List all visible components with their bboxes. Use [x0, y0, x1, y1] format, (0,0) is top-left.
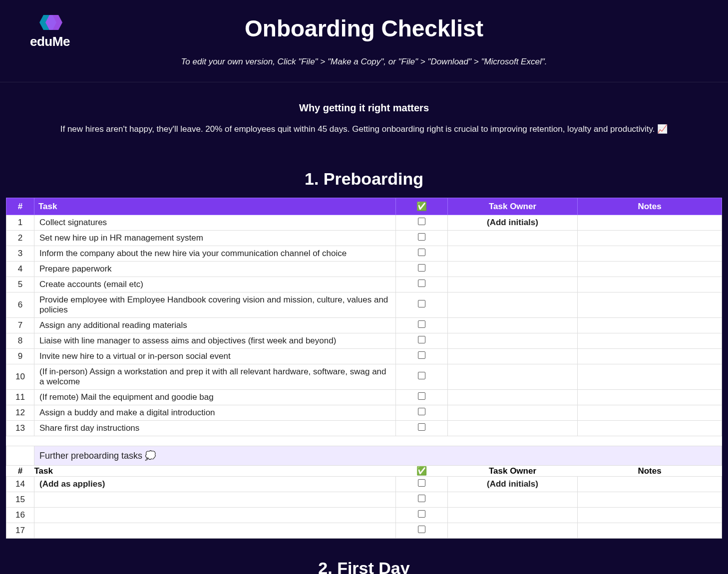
task-cell — [34, 523, 396, 539]
task-cell — [34, 492, 396, 508]
checkbox[interactable] — [418, 336, 425, 343]
intro-heading: Why getting it right matters — [30, 102, 698, 114]
owner-cell[interactable] — [448, 262, 578, 277]
checkbox[interactable] — [418, 320, 425, 328]
check-cell — [396, 292, 448, 318]
table-row: 9Invite new hire to a virtual or in-pers… — [6, 349, 722, 364]
col-header-owner: Task Owner — [448, 198, 578, 215]
notes-cell[interactable] — [578, 318, 722, 333]
checkbox[interactable] — [418, 408, 425, 415]
owner-cell[interactable] — [448, 405, 578, 421]
col-header-notes: Notes — [578, 466, 722, 477]
task-cell: Invite new hire to a virtual or in-perso… — [34, 349, 396, 364]
row-number: 14 — [6, 477, 34, 492]
checkbox[interactable] — [418, 372, 425, 379]
owner-cell[interactable] — [448, 390, 578, 405]
checkbox[interactable] — [418, 300, 425, 307]
owner-cell[interactable] — [448, 318, 578, 333]
notes-cell[interactable] — [578, 333, 722, 349]
intro-text: If new hires aren't happy, they'll leave… — [30, 124, 698, 134]
owner-cell[interactable] — [448, 421, 578, 436]
notes-cell[interactable] — [578, 421, 722, 436]
notes-cell[interactable] — [578, 231, 722, 246]
checkbox[interactable] — [418, 280, 425, 287]
owner-cell[interactable] — [448, 246, 578, 262]
owner-cell[interactable] — [448, 333, 578, 349]
table-row: 5Create accounts (email etc) — [6, 277, 722, 292]
checkbox[interactable] — [418, 526, 425, 533]
check-cell — [396, 246, 448, 262]
check-cell — [396, 262, 448, 277]
checkbox[interactable] — [418, 495, 425, 502]
task-cell: Assign a buddy and make a digital introd… — [34, 405, 396, 421]
check-cell — [396, 333, 448, 349]
notes-cell[interactable] — [578, 262, 722, 277]
col-header-task: Task — [34, 466, 396, 477]
notes-cell[interactable] — [578, 405, 722, 421]
notes-cell[interactable] — [578, 292, 722, 318]
check-cell — [396, 231, 448, 246]
section-2-title: 2. First Day — [0, 559, 728, 574]
notes-cell[interactable] — [578, 349, 722, 364]
task-cell: Assign any additional reading materials — [34, 318, 396, 333]
row-number: 2 — [6, 231, 34, 246]
col-header-notes: Notes — [578, 198, 722, 215]
col-header-check: ✅ — [396, 466, 448, 477]
section-1-table-wrap: # Task ✅ Task Owner Notes 1Collect signa… — [6, 198, 722, 539]
checkbox[interactable] — [418, 249, 425, 256]
checkbox[interactable] — [418, 510, 425, 518]
notes-cell[interactable] — [578, 508, 722, 523]
task-cell: Collect signatures — [34, 215, 396, 231]
table-row: 6Provide employee with Employee Handbook… — [6, 292, 722, 318]
owner-cell[interactable] — [448, 492, 578, 508]
row-number: 17 — [6, 523, 34, 539]
checkbox[interactable] — [418, 392, 425, 400]
table-row: 3Inform the company about the new hire v… — [6, 246, 722, 262]
owner-cell[interactable] — [448, 292, 578, 318]
table-header-row: # Task ✅ Task Owner Notes — [6, 198, 722, 215]
table-row: 10(If in-person) Assign a workstation an… — [6, 364, 722, 390]
row-number: 7 — [6, 318, 34, 333]
spacer-row — [6, 436, 722, 446]
check-cell — [396, 277, 448, 292]
owner-cell[interactable] — [448, 349, 578, 364]
task-cell: (If in-person) Assign a workstation and … — [34, 364, 396, 390]
notes-cell[interactable] — [578, 523, 722, 539]
checkbox[interactable] — [418, 479, 425, 487]
col-header-num: # — [6, 466, 34, 477]
table-row: 16 — [6, 508, 722, 523]
subheader-num — [6, 446, 34, 466]
col-header-check: ✅ — [396, 198, 448, 215]
page-header: eduMe Onboarding Checklist To edit your … — [0, 0, 728, 82]
subheader-text: Further preboarding tasks 💭 — [34, 446, 722, 466]
row-number: 10 — [6, 364, 34, 390]
notes-cell[interactable] — [578, 492, 722, 508]
row-number: 13 — [6, 421, 34, 436]
checkbox[interactable] — [418, 264, 425, 272]
row-number: 6 — [6, 292, 34, 318]
table-row: 8Liaise with line manager to assess aims… — [6, 333, 722, 349]
checkbox[interactable] — [418, 423, 425, 431]
owner-cell[interactable] — [448, 231, 578, 246]
notes-cell[interactable] — [578, 364, 722, 390]
owner-cell[interactable] — [448, 523, 578, 539]
table-row: 13Share first day instructions — [6, 421, 722, 436]
task-cell: Liaise with line manager to assess aims … — [34, 333, 396, 349]
checkbox[interactable] — [418, 351, 425, 359]
table-row: 15 — [6, 492, 722, 508]
notes-cell[interactable] — [578, 477, 722, 492]
checkbox[interactable] — [418, 218, 425, 225]
notes-cell[interactable] — [578, 215, 722, 231]
owner-cell[interactable] — [448, 277, 578, 292]
notes-cell[interactable] — [578, 246, 722, 262]
check-cell — [396, 349, 448, 364]
owner-cell[interactable] — [448, 508, 578, 523]
notes-cell[interactable] — [578, 277, 722, 292]
task-cell: Share first day instructions — [34, 421, 396, 436]
owner-cell[interactable]: (Add initials) — [448, 215, 578, 231]
owner-cell[interactable] — [448, 364, 578, 390]
owner-cell[interactable]: (Add initials) — [448, 477, 578, 492]
checkbox[interactable] — [418, 233, 425, 241]
notes-cell[interactable] — [578, 390, 722, 405]
col-header-owner: Task Owner — [448, 466, 578, 477]
